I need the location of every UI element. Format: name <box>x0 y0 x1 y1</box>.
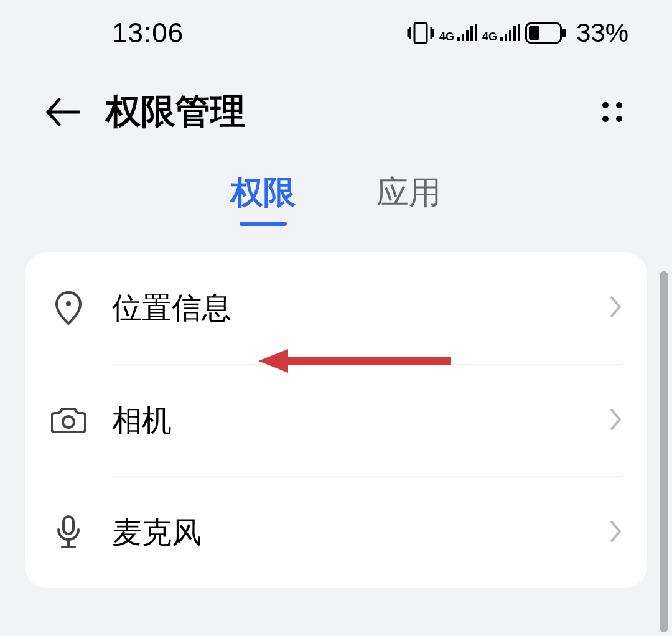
battery-icon <box>525 22 566 44</box>
microphone-icon <box>50 513 87 551</box>
more-button[interactable] <box>594 93 631 131</box>
svg-rect-2 <box>529 26 539 40</box>
permission-row-camera[interactable]: 相机 <box>50 364 622 476</box>
back-button[interactable] <box>44 93 81 131</box>
svg-point-7 <box>616 116 622 122</box>
battery-percentage: 33% <box>576 18 628 48</box>
chevron-right-icon <box>610 520 622 545</box>
chevron-right-icon <box>610 408 622 433</box>
permissions-card: 位置信息 相机 麦克风 <box>25 252 647 588</box>
svg-point-9 <box>63 416 74 428</box>
back-arrow-icon <box>44 97 80 127</box>
svg-rect-3 <box>562 29 566 37</box>
vibrate-icon <box>407 22 434 44</box>
status-bar: 13:06 4G 4G <box>0 0 672 65</box>
status-icons: 4G 4G <box>407 22 566 44</box>
svg-point-8 <box>66 301 71 306</box>
svg-point-5 <box>616 102 622 108</box>
chevron-right-icon <box>610 296 622 320</box>
status-time: 13:06 <box>112 17 184 49</box>
camera-icon <box>50 401 87 439</box>
svg-rect-0 <box>414 23 427 43</box>
permission-label: 位置信息 <box>112 288 231 328</box>
permission-label: 相机 <box>112 401 172 441</box>
permission-row-microphone[interactable]: 麦克风 <box>50 476 622 588</box>
permission-label: 麦克风 <box>112 513 202 553</box>
permission-row-location[interactable]: 位置信息 <box>50 252 622 364</box>
tabs: 权限 应用 <box>0 159 672 233</box>
signal-4g-1: 4G <box>439 24 477 42</box>
title-bar: 权限管理 <box>0 65 672 159</box>
svg-point-6 <box>602 116 609 122</box>
status-right: 4G 4G 33% <box>407 18 628 48</box>
tab-permissions[interactable]: 权限 <box>231 171 296 226</box>
location-icon <box>50 289 87 327</box>
signal-4g-2: 4G <box>482 24 520 42</box>
svg-point-4 <box>602 102 609 108</box>
more-dots-icon <box>599 98 626 126</box>
scrollbar[interactable] <box>660 271 668 632</box>
svg-rect-10 <box>63 517 73 534</box>
page-title: 权限管理 <box>106 88 245 136</box>
tab-apps[interactable]: 应用 <box>376 171 441 226</box>
